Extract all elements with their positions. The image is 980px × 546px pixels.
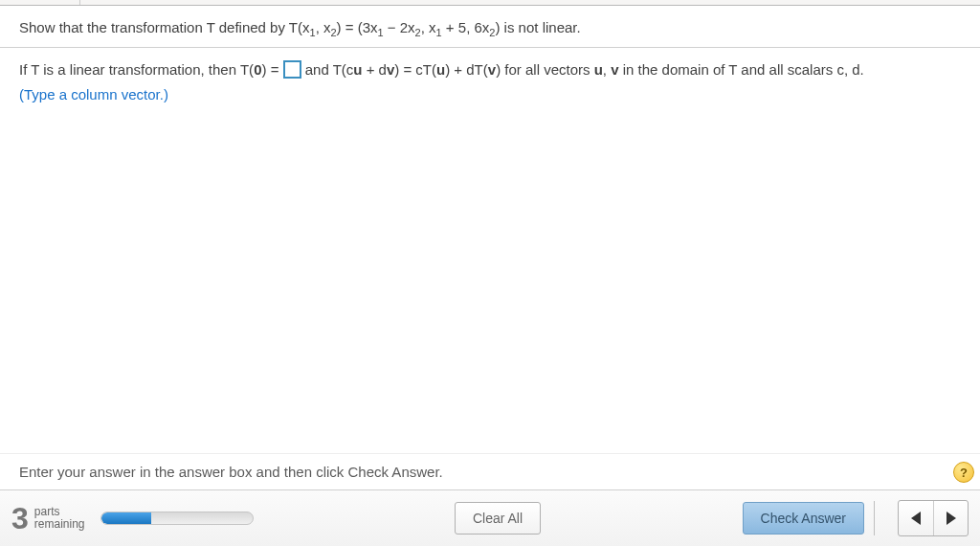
q-text: ) is not linear.	[495, 19, 580, 35]
w-bold: v	[611, 61, 618, 78]
parts-count: 3	[11, 505, 29, 533]
w-text: If T is a linear transformation, then T(	[19, 61, 254, 78]
triangle-left-icon	[911, 512, 921, 525]
w-text: ) =	[261, 61, 282, 78]
q-text: Show that the transformation T defined b…	[19, 19, 310, 35]
separator	[874, 501, 875, 535]
instruction-row: Enter your answer in the answer box and …	[0, 453, 980, 489]
w-bold: v	[488, 61, 496, 78]
w-text: ) = cT(	[394, 61, 436, 78]
progress-fill	[101, 512, 151, 524]
w-bold: u	[436, 61, 445, 78]
footer: Enter your answer in the answer box and …	[0, 453, 980, 546]
controls-row: 3 parts remaining Clear All Check Answer	[0, 489, 980, 546]
prev-button[interactable]	[899, 501, 933, 535]
remaining-label: remaining	[34, 518, 85, 531]
w-text: ) for all vectors	[496, 61, 594, 78]
check-answer-button[interactable]: Check Answer	[743, 502, 864, 535]
work-area: If T is a linear transformation, then T(…	[0, 48, 980, 116]
instruction-text: Enter your answer in the answer box and …	[19, 464, 443, 480]
q-text: , x	[421, 19, 436, 35]
q-text: + 5, 6x	[442, 19, 490, 35]
clear-all-button[interactable]: Clear All	[455, 502, 541, 535]
help-icon: ?	[960, 466, 968, 480]
triangle-right-icon	[947, 512, 956, 525]
w-text: ,	[603, 61, 611, 78]
w-text: in the domain of T and all scalars c, d.	[619, 61, 864, 78]
next-button[interactable]	[933, 501, 968, 535]
progress-bar	[100, 512, 254, 525]
w-text: + d	[362, 61, 386, 78]
help-button[interactable]: ?	[953, 462, 974, 483]
top-divider	[0, 0, 980, 6]
q-text: ) = (3x	[337, 19, 378, 35]
w-bold: v	[387, 61, 394, 78]
w-text: and T(c	[301, 61, 354, 78]
q-text: , x	[316, 19, 331, 35]
w-text: ) + dT(	[445, 61, 488, 78]
property-text: If T is a linear transformation, then T(…	[19, 61, 961, 80]
parts-labels: parts remaining	[34, 506, 85, 531]
hint-text: (Type a column vector.)	[19, 86, 961, 102]
answer-input[interactable]	[283, 60, 301, 79]
nav-group	[898, 500, 969, 536]
w-bold: u	[594, 61, 603, 78]
q-text: − 2x	[384, 19, 415, 35]
question-text: Show that the transformation T defined b…	[0, 6, 980, 48]
